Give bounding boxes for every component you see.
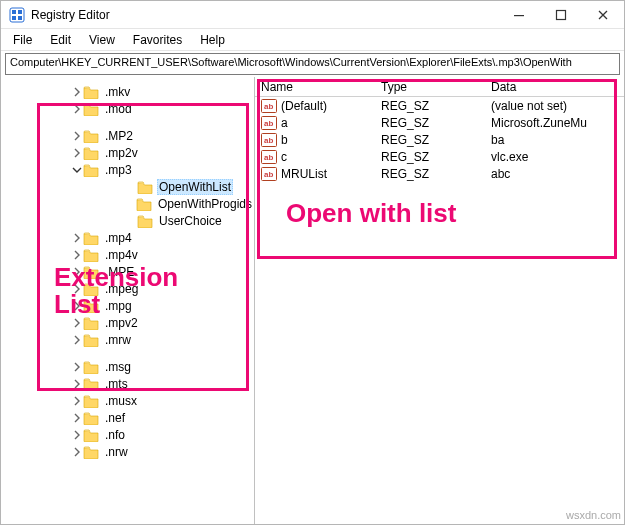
menubar: File Edit View Favorites Help	[1, 29, 624, 51]
minimize-icon	[513, 9, 525, 21]
string-value-icon	[261, 167, 277, 181]
expand-toggle[interactable]	[71, 361, 83, 373]
list-pane[interactable]: Name Type Data (Default)REG_SZ(value not…	[255, 77, 624, 524]
column-type[interactable]: Type	[375, 78, 485, 96]
menu-edit[interactable]: Edit	[42, 31, 79, 49]
folder-icon	[136, 197, 152, 211]
expand-toggle[interactable]	[71, 317, 83, 329]
tree-item[interactable]: .nfo	[71, 426, 254, 443]
tree-item[interactable]: .mpg	[71, 297, 254, 314]
maximize-icon	[555, 9, 567, 21]
value-name: b	[281, 133, 375, 147]
menu-favorites[interactable]: Favorites	[125, 31, 190, 49]
tree-label: .MP2	[103, 129, 135, 143]
tree-item[interactable]: .mpeg	[71, 280, 254, 297]
tree-label: .mp4	[103, 231, 134, 245]
tree-item[interactable]: .mp4	[71, 229, 254, 246]
content-area: .mkv.mod.MP2.mp2v.mp3OpenWithListOpenWit…	[1, 77, 624, 524]
expand-toggle[interactable]	[71, 164, 83, 176]
value-type: REG_SZ	[375, 167, 485, 181]
close-icon	[597, 9, 609, 21]
menu-file[interactable]: File	[5, 31, 40, 49]
value-data: vlc.exe	[485, 150, 624, 164]
expand-toggle[interactable]	[71, 249, 83, 261]
folder-icon	[83, 377, 99, 391]
folder-icon	[83, 282, 99, 296]
tree-item[interactable]: UserChoice	[125, 212, 254, 229]
expand-toggle[interactable]	[71, 334, 83, 346]
tree-item[interactable]: .mts	[71, 375, 254, 392]
tree-item[interactable]: .mp3	[71, 161, 254, 178]
value-row[interactable]: MRUListREG_SZabc	[255, 165, 624, 182]
expand-toggle[interactable]	[71, 86, 83, 98]
string-value-icon	[261, 133, 277, 147]
expand-toggle[interactable]	[71, 412, 83, 424]
column-data[interactable]: Data	[485, 78, 624, 96]
expand-toggle[interactable]	[71, 395, 83, 407]
value-row[interactable]: aREG_SZMicrosoft.ZuneMu	[255, 114, 624, 131]
expand-toggle[interactable]	[71, 378, 83, 390]
address-bar[interactable]: Computer\HKEY_CURRENT_USER\Software\Micr…	[5, 53, 620, 75]
minimize-button[interactable]	[498, 1, 540, 29]
titlebar[interactable]: Registry Editor	[1, 1, 624, 29]
tree-item[interactable]: .mp2v	[71, 144, 254, 161]
column-name[interactable]: Name	[255, 78, 375, 96]
expand-toggle[interactable]	[71, 266, 83, 278]
tree-label: .mod	[103, 102, 134, 116]
folder-icon	[83, 360, 99, 374]
list-header: Name Type Data	[255, 77, 624, 97]
tree-item[interactable]: .musx	[71, 392, 254, 409]
regedit-icon	[9, 7, 25, 23]
value-row[interactable]: bREG_SZba	[255, 131, 624, 148]
tree-label: .nef	[103, 411, 127, 425]
value-name: (Default)	[281, 99, 375, 113]
tree-item[interactable]: .mrw	[71, 331, 254, 348]
expand-toggle[interactable]	[71, 429, 83, 441]
value-type: REG_SZ	[375, 133, 485, 147]
folder-icon	[83, 265, 99, 279]
tree-item[interactable]: OpenWithProgids	[125, 195, 254, 212]
folder-icon	[83, 102, 99, 116]
string-value-icon	[261, 116, 277, 130]
tree-item[interactable]: OpenWithList	[125, 178, 254, 195]
tree-item[interactable]: .msg	[71, 358, 254, 375]
maximize-button[interactable]	[540, 1, 582, 29]
tree-item[interactable]: .mp4v	[71, 246, 254, 263]
folder-icon	[83, 411, 99, 425]
tree-item[interactable]: .MP2	[71, 127, 254, 144]
folder-icon	[83, 146, 99, 160]
expand-toggle[interactable]	[71, 283, 83, 295]
window-title: Registry Editor	[31, 8, 498, 22]
folder-icon	[83, 231, 99, 245]
registry-editor-window: Registry Editor File Edit View Favorites…	[0, 0, 625, 525]
expand-toggle[interactable]	[71, 130, 83, 142]
folder-icon	[83, 163, 99, 177]
value-row[interactable]: cREG_SZvlc.exe	[255, 148, 624, 165]
tree-item[interactable]: .mkv	[71, 83, 254, 100]
value-data: ba	[485, 133, 624, 147]
folder-icon	[137, 214, 153, 228]
value-row[interactable]: (Default)REG_SZ(value not set)	[255, 97, 624, 114]
value-name: a	[281, 116, 375, 130]
tree-label: .mrw	[103, 333, 133, 347]
value-name: c	[281, 150, 375, 164]
close-button[interactable]	[582, 1, 624, 29]
tree-item[interactable]: .mpv2	[71, 314, 254, 331]
expand-toggle[interactable]	[71, 446, 83, 458]
tree-label: .mpg	[103, 299, 134, 313]
tree-item[interactable]: .nrw	[71, 443, 254, 460]
expand-toggle[interactable]	[71, 300, 83, 312]
expand-toggle[interactable]	[71, 232, 83, 244]
expand-toggle[interactable]	[71, 103, 83, 115]
menu-help[interactable]: Help	[192, 31, 233, 49]
expand-toggle[interactable]	[71, 147, 83, 159]
tree-label: OpenWithList	[157, 179, 233, 195]
tree-item[interactable]: .mod	[71, 100, 254, 117]
value-type: REG_SZ	[375, 150, 485, 164]
tree-item[interactable]: .MPE	[71, 263, 254, 280]
tree-label: .mpeg	[103, 282, 140, 296]
tree-pane[interactable]: .mkv.mod.MP2.mp2v.mp3OpenWithListOpenWit…	[1, 77, 255, 524]
value-data: Microsoft.ZuneMu	[485, 116, 624, 130]
tree-item[interactable]: .nef	[71, 409, 254, 426]
menu-view[interactable]: View	[81, 31, 123, 49]
